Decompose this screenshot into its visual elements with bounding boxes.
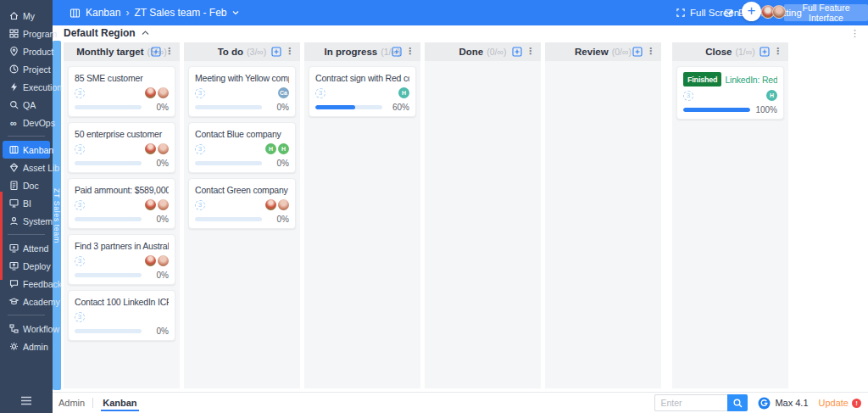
estimate-badge: 3 [195, 88, 205, 98]
sidebar-item-admin[interactable]: Admin [0, 338, 53, 355]
avatar: Ca [278, 87, 289, 98]
column-title: Review [575, 47, 609, 57]
kanban-card[interactable]: Meeting with Yellow company 3 Ca 0% [188, 66, 296, 117]
column-body [425, 61, 541, 388]
person-avatar [158, 143, 169, 154]
sidebar-item-label: Workflow [23, 324, 59, 334]
sidebar-item-system[interactable]: System [0, 212, 53, 230]
column-menu-button[interactable]: ⋮ [526, 46, 535, 57]
flower-avatar [145, 87, 156, 98]
full-feature-interface-button[interactable]: Full Feature Interface [784, 4, 868, 21]
sidebar-item-execution[interactable]: Execution [0, 78, 53, 96]
sidebar-item-kanban[interactable]: Kanban [3, 141, 50, 159]
avatar: H [265, 143, 276, 154]
column-body: 85 SME customer 3 0% 50 enterprise custo… [64, 61, 180, 388]
estimate-badge: 3 [75, 144, 85, 154]
region-menu-button[interactable]: ⋮ [850, 28, 860, 39]
column-menu-button[interactable]: ⋮ [646, 46, 655, 57]
kanban-card[interactable]: Contact 100 LinkedIn ICP 3 0% [68, 290, 175, 341]
search-icon [732, 398, 743, 409]
attend-icon [8, 243, 19, 254]
add-card-button[interactable] [271, 47, 281, 57]
sidebar-item-academy[interactable]: Academy [0, 293, 53, 310]
sidebar-divider [8, 136, 45, 137]
add-card-button[interactable] [151, 47, 161, 57]
sidebar-item-my[interactable]: My [0, 7, 53, 25]
add-card-button[interactable] [632, 47, 643, 57]
card-title: Contact 100 LinkedIn ICP [75, 296, 169, 308]
sidebar-item-attend[interactable]: Attend [0, 239, 53, 257]
progress-percent: 0% [265, 103, 289, 112]
card-title: Meeting with Yellow company [195, 72, 289, 84]
sidebar-item-devops[interactable]: ∞ DevOps [0, 114, 53, 131]
sidebar-item-feedback[interactable]: Feedback [0, 275, 53, 293]
add-card-button[interactable] [392, 47, 402, 57]
column-menu-button[interactable]: ⋮ [773, 46, 782, 57]
kanban-card[interactable]: 85 SME customer 3 0% [68, 66, 175, 117]
add-card-button[interactable] [512, 47, 522, 57]
column-title: In progress [325, 47, 378, 57]
kanban-board: ZT Sales team Monthly target (5/∞) ⋮ 85 … [53, 41, 868, 392]
progress-bar [75, 105, 142, 109]
avatar[interactable] [772, 5, 786, 19]
column-count: (3/∞) [247, 47, 266, 57]
column-header: Close (1/∞) ⋮ [672, 42, 788, 61]
update-badge[interactable]: ! [852, 399, 861, 408]
search-input[interactable] [654, 394, 727, 411]
card-title: 85 SME customer [75, 72, 169, 84]
sidebar-item-project[interactable]: Project [0, 60, 53, 78]
column-header: Done (0/∞) ⋮ [425, 42, 541, 61]
region-title[interactable]: Default Region [64, 27, 136, 39]
chevron-down-icon[interactable] [232, 10, 239, 15]
kanban-icon [8, 144, 19, 155]
column-header: To do (3/∞) ⋮ [184, 42, 300, 61]
sidebar-item-asset-lib[interactable]: Asset Lib [0, 159, 53, 176]
column-count: (0/∞) [612, 47, 632, 57]
sidebar-item-label: Academy [23, 297, 60, 307]
search-button[interactable] [727, 394, 748, 411]
sidebar-item-label: Project [23, 64, 51, 75]
kanban-card[interactable]: Find 3 partners in Australia 3 0% [68, 234, 175, 285]
overlay-plus-button[interactable]: + [742, 2, 761, 21]
kanban-card[interactable]: Contract sign with Red company 3 H 60% [309, 66, 416, 117]
zentao-logo-icon[interactable] [758, 397, 771, 410]
kanban-card[interactable]: 50 enterprise customer 3 0% [68, 122, 175, 173]
sidebar-item-program[interactable]: Program [0, 25, 53, 42]
footer-tab-kanban[interactable]: Kanban [101, 395, 138, 411]
kanban-card[interactable]: Contact Green company 3 0% [188, 178, 296, 229]
kanban-card[interactable]: Paid ammount: $589,000 3 0% [68, 178, 175, 229]
progress-bar [315, 105, 382, 109]
region-bar: Default Region ⋮ [53, 25, 868, 41]
home-icon [8, 10, 19, 21]
column-menu-button[interactable]: ⋮ [405, 46, 415, 57]
person-avatar [158, 199, 169, 210]
gear-icon [8, 341, 19, 352]
kanban-column-done: Done (0/∞) ⋮ [425, 42, 541, 388]
team-strip-label: ZT Sales team [53, 188, 61, 243]
update-link[interactable]: Update [819, 398, 849, 408]
progress-bar [75, 161, 142, 165]
estimate-badge: 3 [195, 144, 205, 154]
sidebar-item-workflow[interactable]: Workflow [0, 320, 53, 338]
breadcrumb-app[interactable]: Kanban [86, 7, 120, 19]
kanban-card[interactable]: Contact Blue company 3 HH 0% [188, 122, 296, 173]
estimate-badge: 3 [75, 312, 85, 322]
sidebar-item-bi[interactable]: BI [0, 194, 53, 212]
gem-icon [8, 162, 19, 173]
add-card-button[interactable] [760, 47, 770, 57]
sidebar-item-qa[interactable]: QA [0, 96, 53, 114]
sidebar-item-doc[interactable]: Doc [0, 176, 53, 194]
progress-bar [75, 329, 142, 333]
collapse-sidebar-button[interactable] [0, 396, 53, 408]
column-menu-button[interactable]: ⋮ [285, 46, 294, 57]
team-strip-tab[interactable]: ZT Sales team [53, 41, 61, 390]
kanban-card[interactable]: Finished LinkedIn: Red company 3 H 100% [676, 66, 784, 120]
column-menu-button[interactable]: ⋮ [164, 46, 174, 57]
sidebar-item-product[interactable]: Product [0, 42, 53, 60]
chevron-up-icon[interactable] [142, 31, 149, 36]
sidebar-item-label: System [23, 216, 53, 226]
footer-divider [92, 398, 93, 408]
breadcrumb-board[interactable]: ZT Sales team - Feb [134, 7, 226, 19]
sidebar-item-deploy[interactable]: Deploy [0, 257, 53, 275]
footer-tab-admin[interactable]: Admin [58, 398, 85, 408]
